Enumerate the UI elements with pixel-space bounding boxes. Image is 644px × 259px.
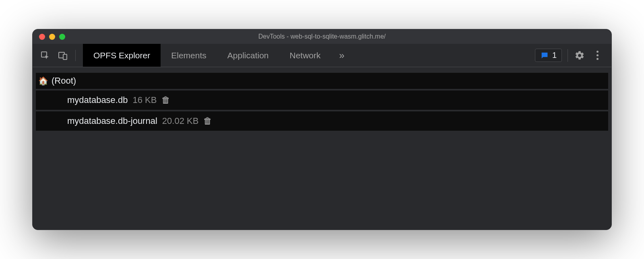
home-icon: 🏠 xyxy=(38,76,48,86)
tab-application[interactable]: Application xyxy=(217,44,279,67)
tab-elements[interactable]: Elements xyxy=(161,44,217,67)
root-label: (Root) xyxy=(52,76,76,86)
tab-label: Application xyxy=(227,51,269,60)
file-size: 16 KB xyxy=(132,95,157,105)
trash-icon[interactable]: 🗑 xyxy=(161,95,170,105)
file-size: 20.02 KB xyxy=(162,116,199,126)
kebab-icon xyxy=(597,51,599,53)
file-row[interactable]: mydatabase.db-journal 20.02 KB 🗑 xyxy=(36,111,608,131)
tree-root-row[interactable]: 🏠 (Root) xyxy=(36,73,608,89)
panel-tabs: OPFS Explorer Elements Application Netwo… xyxy=(83,44,353,67)
tab-label: OPFS Explorer xyxy=(93,51,150,60)
tab-label: Elements xyxy=(171,51,206,60)
gear-icon xyxy=(574,50,585,61)
file-name: mydatabase.db xyxy=(67,95,128,105)
tab-opfs-explorer[interactable]: OPFS Explorer xyxy=(83,44,161,67)
svg-rect-2 xyxy=(63,54,67,60)
chevron-double-right-icon: » xyxy=(339,50,345,61)
window-maximize-button[interactable] xyxy=(59,34,65,40)
device-toolbar-icon[interactable] xyxy=(58,50,68,61)
toolbar-right: 1 xyxy=(535,44,611,67)
opfs-panel: 🏠 (Root) mydatabase.db 16 KB 🗑 mydatabas… xyxy=(33,67,611,230)
trash-icon[interactable]: 🗑 xyxy=(203,116,212,126)
kebab-icon xyxy=(597,58,599,60)
titlebar: DevTools - web-sql-to-sqlite-wasm.glitch… xyxy=(33,29,611,44)
window-minimize-button[interactable] xyxy=(49,34,55,40)
devtools-window: DevTools - web-sql-to-sqlite-wasm.glitch… xyxy=(32,29,612,230)
kebab-icon xyxy=(597,54,599,56)
tab-label: Network xyxy=(290,51,321,60)
window-title: DevTools - web-sql-to-sqlite-wasm.glitch… xyxy=(258,33,386,40)
issues-count: 1 xyxy=(552,51,557,60)
settings-button[interactable] xyxy=(574,50,586,61)
window-close-button[interactable] xyxy=(39,34,45,40)
issues-icon xyxy=(540,51,549,60)
file-row[interactable]: mydatabase.db 16 KB 🗑 xyxy=(36,90,608,110)
tab-network[interactable]: Network xyxy=(279,44,331,67)
file-name: mydatabase.db-journal xyxy=(67,116,157,126)
more-options-button[interactable] xyxy=(591,51,603,60)
toolbar-divider xyxy=(568,49,568,62)
toolbar: OPFS Explorer Elements Application Netwo… xyxy=(33,44,611,67)
toolbar-divider xyxy=(75,50,76,61)
toolbar-left xyxy=(33,44,83,67)
issues-button[interactable]: 1 xyxy=(535,49,562,62)
more-tabs-button[interactable]: » xyxy=(331,44,353,67)
traffic-lights xyxy=(33,34,65,40)
inspect-element-icon[interactable] xyxy=(40,50,50,61)
